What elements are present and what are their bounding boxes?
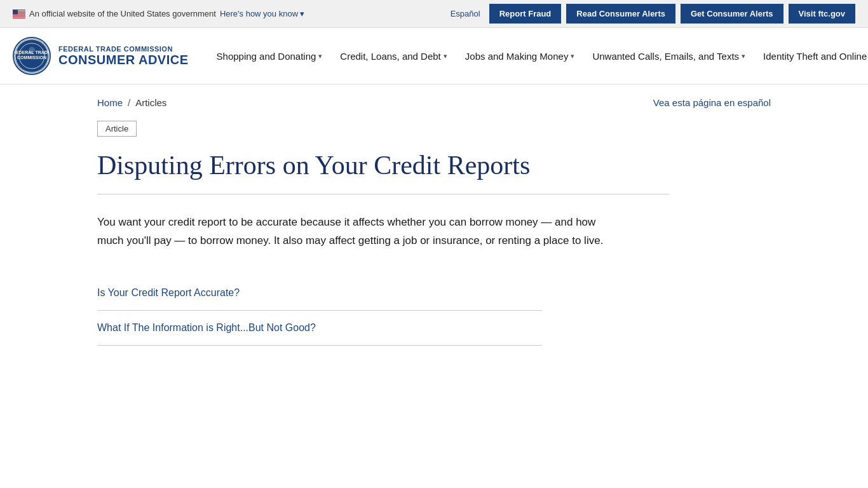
- nav-jobs-money[interactable]: Jobs and Making Money ▾: [456, 32, 584, 81]
- breadcrumb-current: Articles: [135, 97, 166, 108]
- logo-line-bottom: CONSUMER ADVICE: [58, 53, 189, 67]
- breadcrumb-home[interactable]: Home: [97, 97, 123, 108]
- title-divider: [97, 194, 669, 194]
- chevron-down-icon: ▾: [571, 52, 574, 60]
- logo-text-area: FEDERAL TRADE COMMISSION CONSUMER ADVICE: [58, 45, 189, 67]
- chevron-down-icon: ▾: [444, 52, 447, 60]
- svg-rect-12: [13, 10, 18, 15]
- breadcrumb: Home / Articles: [97, 97, 166, 108]
- nav-unwanted-calls[interactable]: Unwanted Calls, Emails, and Texts ▾: [583, 32, 754, 81]
- article-badge: Article: [97, 121, 137, 137]
- chevron-down-icon: ▾: [742, 52, 745, 60]
- heres-how-text: Here's how you know: [220, 9, 298, 18]
- visit-ftc-button[interactable]: Visit ftc.gov: [789, 4, 855, 24]
- article-intro: You want your credit report to be accura…: [97, 214, 618, 250]
- svg-rect-11: [13, 17, 25, 17]
- main-content: Article Disputing Errors on Your Credit …: [85, 108, 783, 371]
- nav-credit-label: Credit, Loans, and Debt: [340, 51, 440, 62]
- spanish-page-link[interactable]: Vea esta página en español: [653, 97, 771, 108]
- chevron-down-icon: ▾: [300, 9, 304, 18]
- top-banner-right: Español Report Fraud Read Consumer Alert…: [451, 4, 855, 24]
- us-flag-icon: [13, 10, 25, 18]
- official-text-area: An official website of the United States…: [13, 9, 304, 18]
- official-website-text: An official website of the United States…: [29, 9, 216, 18]
- read-consumer-alerts-button[interactable]: Read Consumer Alerts: [566, 4, 675, 24]
- svg-rect-8: [13, 15, 25, 15]
- main-navigation: Shopping and Donating ▾ Credit, Loans, a…: [208, 32, 868, 81]
- get-consumer-alerts-button[interactable]: Get Consumer Alerts: [681, 4, 783, 24]
- table-of-contents: Is Your Credit Report Accurate? What If …: [97, 276, 771, 346]
- toc-link-1[interactable]: Is Your Credit Report Accurate?: [97, 276, 542, 311]
- svg-rect-9: [13, 15, 25, 16]
- top-banner: An official website of the United States…: [0, 0, 868, 28]
- breadcrumb-area: Home / Articles Vea esta página en españ…: [85, 85, 783, 108]
- nav-shopping-label: Shopping and Donating: [217, 51, 316, 62]
- ftc-seal: FEDERAL TRADE COMMISSION: [15, 39, 49, 73]
- logo-seal-circle: FEDERAL TRADE COMMISSION: [13, 37, 51, 75]
- chevron-down-icon: ▾: [318, 52, 322, 60]
- svg-rect-10: [13, 16, 25, 17]
- site-logo[interactable]: FEDERAL TRADE COMMISSION FEDERAL TRADE C…: [13, 28, 189, 84]
- svg-point-17: [29, 47, 35, 53]
- article-title: Disputing Errors on Your Credit Reports: [97, 149, 618, 181]
- nav-identity-theft[interactable]: Identity Theft and Online Security ▾: [754, 32, 868, 81]
- nav-credit-loans[interactable]: Credit, Loans, and Debt ▾: [331, 32, 456, 81]
- logo-line-top: FEDERAL TRADE COMMISSION: [58, 45, 189, 53]
- nav-shopping-donating[interactable]: Shopping and Donating ▾: [208, 32, 332, 81]
- nav-jobs-label: Jobs and Making Money: [465, 51, 569, 62]
- svg-text:COMMISSION: COMMISSION: [17, 55, 46, 60]
- svg-rect-7: [13, 14, 25, 15]
- site-header: FEDERAL TRADE COMMISSION FEDERAL TRADE C…: [0, 28, 868, 85]
- breadcrumb-separator: /: [128, 97, 130, 108]
- report-fraud-button[interactable]: Report Fraud: [489, 4, 562, 24]
- toc-link-2[interactable]: What If The Information is Right...But N…: [97, 311, 542, 346]
- espanol-link[interactable]: Español: [451, 9, 480, 18]
- heres-how-link[interactable]: Here's how you know ▾: [220, 9, 304, 18]
- nav-identity-label: Identity Theft and Online Security: [763, 51, 868, 62]
- nav-calls-label: Unwanted Calls, Emails, and Texts: [592, 51, 739, 62]
